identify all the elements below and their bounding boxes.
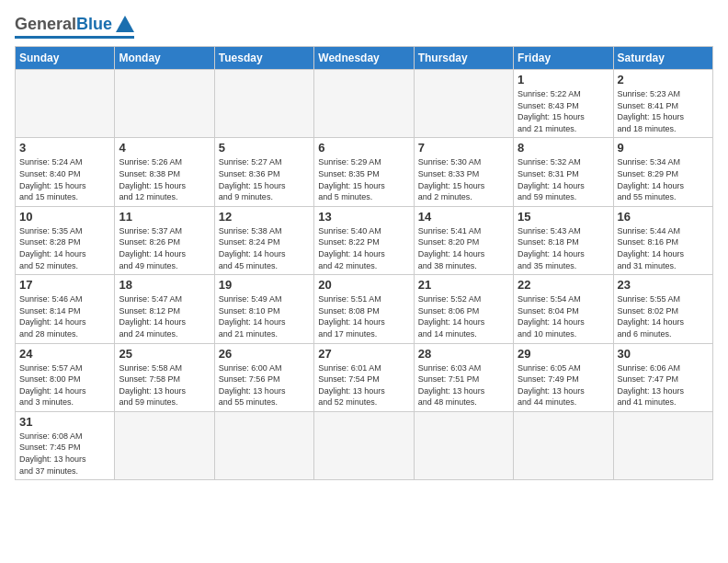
calendar-cell: 11Sunrise: 5:37 AM Sunset: 8:26 PM Dayli… [115, 206, 214, 274]
calendar-cell: 31Sunrise: 6:08 AM Sunset: 7:45 PM Dayli… [16, 411, 115, 479]
day-info: Sunrise: 6:08 AM Sunset: 7:45 PM Dayligh… [19, 431, 110, 477]
calendar-cell [414, 70, 513, 138]
weekday-header-friday: Friday [514, 47, 613, 70]
day-info: Sunrise: 5:57 AM Sunset: 8:00 PM Dayligh… [19, 362, 110, 408]
calendar-cell [214, 70, 313, 138]
day-info: Sunrise: 5:40 AM Sunset: 8:22 PM Dayligh… [318, 225, 409, 271]
calendar-cell: 14Sunrise: 5:41 AM Sunset: 8:20 PM Dayli… [414, 206, 513, 274]
calendar-cell [115, 70, 214, 138]
day-info: Sunrise: 5:24 AM Sunset: 8:40 PM Dayligh… [19, 156, 110, 202]
calendar-cell: 16Sunrise: 5:44 AM Sunset: 8:16 PM Dayli… [613, 206, 712, 274]
calendar-cell: 22Sunrise: 5:54 AM Sunset: 8:04 PM Dayli… [514, 275, 613, 343]
calendar-cell: 23Sunrise: 5:55 AM Sunset: 8:02 PM Dayli… [613, 275, 712, 343]
day-info: Sunrise: 5:43 AM Sunset: 8:18 PM Dayligh… [518, 225, 609, 271]
weekday-header-saturday: Saturday [613, 47, 712, 70]
calendar-cell: 27Sunrise: 6:01 AM Sunset: 7:54 PM Dayli… [314, 343, 414, 411]
day-number: 1 [518, 73, 609, 86]
calendar-cell: 2Sunrise: 5:23 AM Sunset: 8:41 PM Daylig… [613, 70, 712, 138]
calendar-cell: 4Sunrise: 5:26 AM Sunset: 8:38 PM Daylig… [115, 138, 214, 206]
calendar-cell [115, 411, 214, 479]
day-number: 29 [518, 347, 609, 361]
calendar-cell [214, 411, 313, 479]
day-number: 14 [418, 210, 509, 224]
calendar-cell: 17Sunrise: 5:46 AM Sunset: 8:14 PM Dayli… [16, 275, 115, 343]
day-number: 26 [219, 347, 310, 361]
weekday-header-sunday: Sunday [16, 47, 115, 70]
day-number: 28 [418, 347, 509, 361]
day-info: Sunrise: 6:01 AM Sunset: 7:54 PM Dayligh… [318, 362, 409, 408]
day-number: 15 [518, 210, 609, 224]
calendar-cell: 3Sunrise: 5:24 AM Sunset: 8:40 PM Daylig… [16, 138, 115, 206]
day-number: 6 [318, 141, 409, 155]
weekday-header-wednesday: Wednesday [314, 47, 414, 70]
day-number: 22 [518, 278, 609, 292]
day-info: Sunrise: 5:27 AM Sunset: 8:36 PM Dayligh… [219, 156, 310, 202]
day-number: 8 [518, 141, 609, 155]
day-info: Sunrise: 6:05 AM Sunset: 7:49 PM Dayligh… [518, 362, 609, 408]
calendar-cell: 9Sunrise: 5:34 AM Sunset: 8:29 PM Daylig… [613, 138, 712, 206]
calendar-cell: 7Sunrise: 5:30 AM Sunset: 8:33 PM Daylig… [414, 138, 513, 206]
day-number: 7 [418, 141, 509, 155]
calendar-cell [314, 411, 414, 479]
day-info: Sunrise: 5:23 AM Sunset: 8:41 PM Dayligh… [618, 88, 709, 134]
week-row-2: 3Sunrise: 5:24 AM Sunset: 8:40 PM Daylig… [16, 138, 713, 206]
calendar-cell: 5Sunrise: 5:27 AM Sunset: 8:36 PM Daylig… [214, 138, 313, 206]
calendar-cell: 20Sunrise: 5:51 AM Sunset: 8:08 PM Dayli… [314, 275, 414, 343]
day-info: Sunrise: 5:46 AM Sunset: 8:14 PM Dayligh… [19, 293, 110, 339]
calendar-cell: 26Sunrise: 6:00 AM Sunset: 7:56 PM Dayli… [214, 343, 313, 411]
day-info: Sunrise: 5:26 AM Sunset: 8:38 PM Dayligh… [119, 156, 210, 202]
logo-blue-text: Blue [76, 15, 112, 34]
day-number: 20 [318, 278, 409, 292]
calendar-cell: 12Sunrise: 5:38 AM Sunset: 8:24 PM Dayli… [214, 206, 313, 274]
day-info: Sunrise: 5:55 AM Sunset: 8:02 PM Dayligh… [618, 293, 709, 339]
day-number: 13 [318, 210, 409, 224]
calendar-cell: 30Sunrise: 6:06 AM Sunset: 7:47 PM Dayli… [613, 343, 712, 411]
calendar-table: SundayMondayTuesdayWednesdayThursdayFrid… [15, 46, 713, 480]
day-number: 12 [219, 210, 310, 224]
day-info: Sunrise: 6:00 AM Sunset: 7:56 PM Dayligh… [219, 362, 310, 408]
header: General Blue [15, 15, 713, 39]
calendar-cell [514, 411, 613, 479]
day-info: Sunrise: 5:37 AM Sunset: 8:26 PM Dayligh… [119, 225, 210, 271]
logo-underline [15, 36, 134, 39]
day-info: Sunrise: 5:58 AM Sunset: 7:58 PM Dayligh… [119, 362, 210, 408]
calendar-cell: 1Sunrise: 5:22 AM Sunset: 8:43 PM Daylig… [514, 70, 613, 138]
day-number: 5 [219, 141, 310, 155]
day-info: Sunrise: 5:35 AM Sunset: 8:28 PM Dayligh… [19, 225, 110, 271]
calendar-cell: 18Sunrise: 5:47 AM Sunset: 8:12 PM Dayli… [115, 275, 214, 343]
calendar-cell: 21Sunrise: 5:52 AM Sunset: 8:06 PM Dayli… [414, 275, 513, 343]
day-info: Sunrise: 5:29 AM Sunset: 8:35 PM Dayligh… [318, 156, 409, 202]
day-number: 18 [119, 278, 210, 292]
weekday-header-thursday: Thursday [414, 47, 513, 70]
calendar-cell: 13Sunrise: 5:40 AM Sunset: 8:22 PM Dayli… [314, 206, 414, 274]
day-info: Sunrise: 5:32 AM Sunset: 8:31 PM Dayligh… [518, 156, 609, 202]
calendar-cell: 8Sunrise: 5:32 AM Sunset: 8:31 PM Daylig… [514, 138, 613, 206]
day-number: 19 [219, 278, 310, 292]
calendar-cell [414, 411, 513, 479]
calendar-cell: 19Sunrise: 5:49 AM Sunset: 8:10 PM Dayli… [214, 275, 313, 343]
calendar-cell: 28Sunrise: 6:03 AM Sunset: 7:51 PM Dayli… [414, 343, 513, 411]
day-number: 31 [19, 415, 110, 429]
day-info: Sunrise: 5:22 AM Sunset: 8:43 PM Dayligh… [518, 88, 609, 134]
day-info: Sunrise: 5:49 AM Sunset: 8:10 PM Dayligh… [219, 293, 310, 339]
day-number: 16 [618, 210, 709, 224]
day-number: 3 [19, 141, 110, 155]
weekday-header-monday: Monday [115, 47, 214, 70]
logo: General Blue [15, 15, 134, 39]
day-number: 25 [119, 347, 210, 361]
day-info: Sunrise: 5:54 AM Sunset: 8:04 PM Dayligh… [518, 293, 609, 339]
week-row-5: 24Sunrise: 5:57 AM Sunset: 8:00 PM Dayli… [16, 343, 713, 411]
day-info: Sunrise: 5:34 AM Sunset: 8:29 PM Dayligh… [618, 156, 709, 202]
day-info: Sunrise: 5:44 AM Sunset: 8:16 PM Dayligh… [618, 225, 709, 271]
day-info: Sunrise: 5:41 AM Sunset: 8:20 PM Dayligh… [418, 225, 509, 271]
day-number: 21 [418, 278, 509, 292]
calendar-cell: 29Sunrise: 6:05 AM Sunset: 7:49 PM Dayli… [514, 343, 613, 411]
week-row-6: 31Sunrise: 6:08 AM Sunset: 7:45 PM Dayli… [16, 411, 713, 479]
calendar-cell [16, 70, 115, 138]
day-number: 27 [318, 347, 409, 361]
logo-general-text: General [15, 15, 76, 34]
day-number: 9 [618, 141, 709, 155]
day-number: 30 [618, 347, 709, 361]
calendar-cell: 15Sunrise: 5:43 AM Sunset: 8:18 PM Dayli… [514, 206, 613, 274]
day-info: Sunrise: 5:52 AM Sunset: 8:06 PM Dayligh… [418, 293, 509, 339]
